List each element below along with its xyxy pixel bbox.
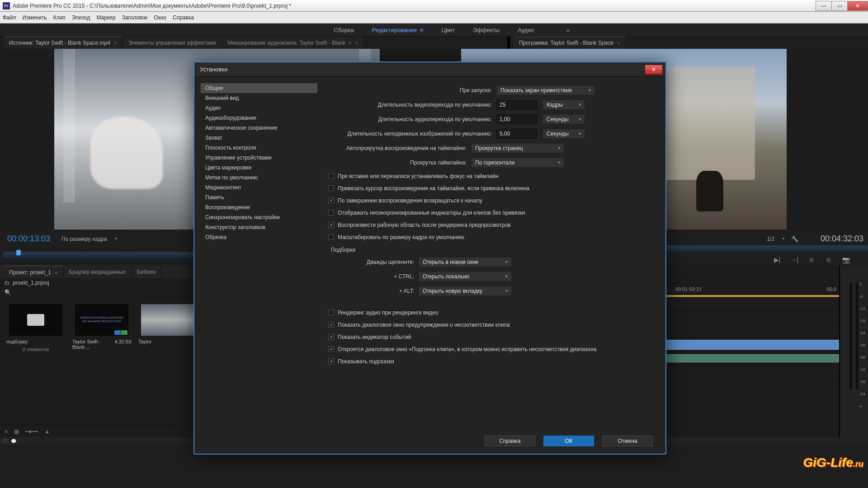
info-icon: ⓘ bbox=[3, 438, 7, 444]
checkbox-label: Воспроизвести рабочую область после ренд… bbox=[338, 222, 510, 228]
sidebar-item-3[interactable]: Аудиооборудование bbox=[201, 113, 317, 123]
watermark: GiG-Life.ru bbox=[803, 455, 863, 470]
preferences-sidebar: ОбщиеВнешний видАудиоАудиооборудованиеАв… bbox=[201, 83, 317, 426]
checkbox[interactable] bbox=[328, 310, 334, 315]
workspace-overflow-icon[interactable]: » bbox=[566, 27, 570, 33]
sidebar-item-9[interactable]: Метки по умолчанию bbox=[201, 173, 317, 183]
cancel-button[interactable]: Отмена bbox=[602, 436, 653, 446]
sidebar-item-1[interactable]: Внешний вид bbox=[201, 93, 317, 103]
list-view-icon[interactable]: ≡ bbox=[5, 428, 8, 435]
tab-audio-mixer[interactable]: Микширование аудиоклипа: Taylor Swift - … bbox=[222, 37, 364, 49]
checkbox[interactable] bbox=[328, 234, 334, 240]
sidebar-item-12[interactable]: Воспроизведение bbox=[201, 202, 317, 212]
minimize-button[interactable]: — bbox=[816, 1, 832, 11]
label-still-dur: Длительность неподвижных изображений по … bbox=[324, 131, 496, 137]
sidebar-item-15[interactable]: Обрезка bbox=[201, 232, 317, 242]
checkbox[interactable] bbox=[328, 222, 334, 228]
checkbox-row: Показывать подсказки bbox=[324, 355, 655, 367]
dropdown-audio-unit[interactable]: Секунды bbox=[542, 114, 585, 124]
input-audio-dur[interactable]: 1,00 bbox=[496, 114, 537, 124]
export-frame-icon[interactable]: 📷 bbox=[842, 256, 850, 263]
workspace-assembly[interactable]: Сборка bbox=[334, 27, 354, 33]
menu-marker[interactable]: Маркер bbox=[96, 14, 115, 21]
checkbox-label: По завершении воспроизведения возвращать… bbox=[338, 197, 482, 204]
sidebar-item-11[interactable]: Память bbox=[201, 192, 317, 202]
maximize-button[interactable]: ▭ bbox=[831, 1, 848, 11]
dialog-footer: Справка ОК Отмена bbox=[194, 432, 665, 454]
tab-program[interactable]: Программа: Taylor Swift - Blank Space≡ bbox=[514, 37, 626, 49]
input-still-dur[interactable]: 5,00 bbox=[496, 129, 537, 139]
checkbox[interactable] bbox=[328, 322, 334, 328]
ok-button[interactable]: ОК bbox=[543, 436, 594, 446]
workspace-color[interactable]: Цвет bbox=[442, 27, 455, 33]
sidebar-item-8[interactable]: Цвета маркировки bbox=[201, 163, 317, 173]
menu-title[interactable]: Заголовок bbox=[122, 14, 147, 21]
sidebar-item-2[interactable]: Аудио bbox=[201, 103, 317, 113]
sidebar-item-4[interactable]: Автоматическое сохранение bbox=[201, 123, 317, 133]
checkbox[interactable] bbox=[328, 210, 334, 216]
dropdown-ctrl[interactable]: Открыть локально bbox=[419, 272, 512, 282]
extract-icon[interactable]: ⎗ bbox=[825, 256, 833, 263]
checkbox-row: По завершении воспроизведения возвращать… bbox=[324, 194, 655, 206]
icon-view-icon[interactable]: ▦ bbox=[14, 428, 19, 435]
dialog-title: Установки bbox=[200, 66, 227, 73]
menu-clip[interactable]: Клип bbox=[53, 14, 66, 21]
window-controls: — ▭ ✕ bbox=[816, 1, 868, 11]
sidebar-item-6[interactable]: Плоскость контроля bbox=[201, 143, 317, 153]
workspace-editing[interactable]: Редактирование ≡ bbox=[372, 27, 424, 33]
menu-file[interactable]: Файл bbox=[3, 14, 16, 21]
dropdown-video-unit[interactable]: Кадры bbox=[542, 100, 585, 110]
dropdown-at-start[interactable]: Показать экран приветствия bbox=[496, 85, 595, 95]
sidebar-item-0[interactable]: Общие bbox=[201, 83, 317, 93]
sort-icon[interactable]: ▲ bbox=[44, 428, 50, 435]
checkbox-row: Привязать курсор воспроизведения на тайм… bbox=[324, 182, 655, 194]
dropdown-autoscroll[interactable]: Прокрутка страниц bbox=[471, 143, 564, 153]
label-dblclick: Дважды щелкните: bbox=[324, 259, 419, 265]
bin-item[interactable]: подборку 0 элементов bbox=[6, 304, 65, 352]
sidebar-item-14[interactable]: Конструктор заголовков bbox=[201, 222, 317, 232]
checkbox[interactable] bbox=[328, 185, 334, 191]
settings-icon[interactable]: 🔧 bbox=[792, 236, 798, 242]
dropdown-scroll[interactable]: По горизонтали bbox=[471, 158, 564, 168]
tab-libraries[interactable]: Библио bbox=[132, 266, 161, 278]
menu-sequence[interactable]: Эпизод bbox=[72, 14, 90, 21]
next-icon[interactable]: →| bbox=[790, 256, 798, 263]
dropdown-still-unit[interactable]: Секунды bbox=[542, 129, 585, 139]
workspace-audio[interactable]: Аудио bbox=[518, 27, 534, 33]
bin-item[interactable]: AMERICAN EXPRESS UNSTAGEDBIG MACHINE PRO… bbox=[72, 304, 131, 352]
play-icon[interactable]: ▶| bbox=[773, 256, 781, 263]
tab-media-browser[interactable]: Браузер медиаданных bbox=[63, 266, 132, 278]
bin-thumbnail bbox=[141, 304, 195, 336]
tab-source[interactable]: Источник: Taylor Swift - Blank Space.mp4… bbox=[4, 37, 123, 49]
checkbox[interactable] bbox=[328, 197, 334, 203]
search-icon[interactable]: 🔍 bbox=[5, 289, 11, 296]
zoom-slider[interactable]: ━●━━ bbox=[25, 428, 38, 435]
menu-help[interactable]: Справка bbox=[173, 14, 194, 21]
sidebar-item-7[interactable]: Управление устройствами bbox=[201, 153, 317, 163]
lift-icon[interactable]: ⎘ bbox=[807, 256, 816, 263]
dropdown-dblclick[interactable]: Открыть в новом окне bbox=[419, 257, 512, 267]
dropdown-alt[interactable]: Открыть новую вкладку bbox=[419, 286, 512, 296]
dialog-close-button[interactable]: ✕ bbox=[645, 65, 663, 75]
source-fit-dropdown[interactable]: По размеру кадра bbox=[61, 236, 118, 242]
program-zoom-dropdown[interactable]: 1/2 bbox=[767, 236, 785, 242]
sidebar-item-10[interactable]: Медиаконтент bbox=[201, 183, 317, 192]
workspace-effects[interactable]: Эффекты bbox=[473, 27, 500, 33]
tab-effect-controls[interactable]: Элементы управления эффектами bbox=[123, 37, 222, 49]
checkbox[interactable] bbox=[328, 334, 334, 340]
help-button[interactable]: Справка bbox=[485, 436, 535, 446]
close-button[interactable]: ✕ bbox=[847, 1, 868, 11]
menu-edit[interactable]: Изменить bbox=[23, 14, 47, 21]
menu-window[interactable]: Окно bbox=[154, 14, 166, 21]
preferences-dialog: Установки ✕ ОбщиеВнешний видАудиоАудиооб… bbox=[193, 61, 666, 455]
input-video-dur[interactable]: 25 bbox=[496, 100, 537, 110]
bin-item[interactable]: Taylor bbox=[138, 304, 197, 352]
source-timecode[interactable]: 00:00:13:03 bbox=[3, 234, 61, 244]
sidebar-item-13[interactable]: Синхронизировать настройки bbox=[201, 212, 317, 222]
checkbox[interactable] bbox=[328, 346, 334, 352]
sidebar-item-5[interactable]: Захват bbox=[201, 133, 317, 143]
checkbox[interactable] bbox=[328, 173, 334, 179]
label-at-start: При запуске: bbox=[324, 87, 496, 94]
tab-project[interactable]: Проект: proekt_1≡ bbox=[4, 266, 63, 278]
checkbox[interactable] bbox=[328, 358, 334, 364]
